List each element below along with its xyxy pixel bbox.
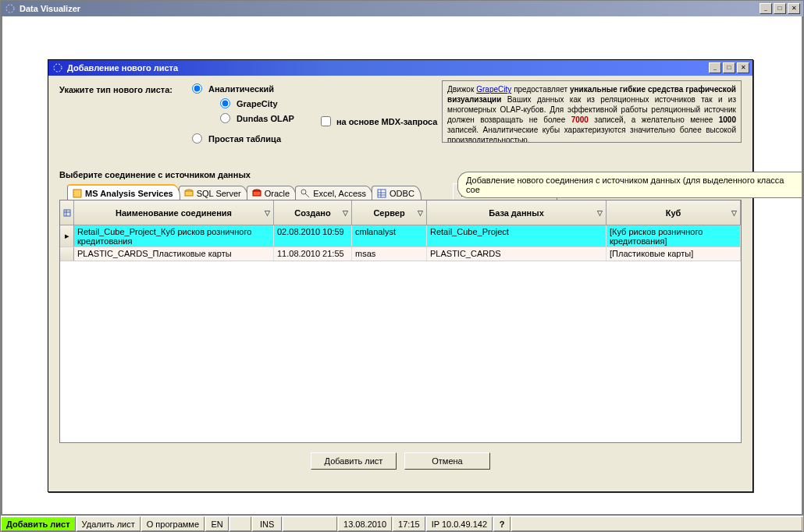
minimize-button[interactable]: _: [760, 3, 772, 14]
main-client-area: Добавление нового соединения с источнико…: [1, 16, 803, 516]
tab-odbc[interactable]: ODBC: [372, 186, 422, 200]
status-time: 17:15: [393, 516, 425, 531]
cell-cube: [Пластиковые карты]: [607, 247, 741, 261]
filter-icon[interactable]: ▽: [265, 209, 270, 217]
tab-sqlserver-label: SQL Server: [197, 189, 241, 198]
radio-grapecity-input[interactable]: [220, 98, 230, 108]
info-text: Движок: [447, 85, 476, 94]
db-icon: [252, 189, 261, 198]
radio-analytic-input[interactable]: [192, 83, 202, 94]
tab-oracle[interactable]: Oracle: [247, 186, 297, 200]
tab-sqlserver[interactable]: SQL Server: [179, 186, 248, 200]
cell-db: PLASTIC_CARDS: [427, 247, 607, 261]
row-selector-icon[interactable]: ▸: [60, 225, 74, 246]
cube-icon: [73, 189, 82, 198]
column-header-server[interactable]: Сервер ▽: [352, 200, 427, 225]
radio-analytic[interactable]: Аналитический: [192, 83, 437, 94]
column-header-created-label: Создано: [294, 208, 330, 218]
status-help[interactable]: ?: [493, 516, 511, 531]
column-header-created[interactable]: Создано ▽: [274, 200, 352, 225]
main-window-title: Data Visualizer: [20, 4, 760, 13]
dialog-window: Добавление нового листа _ □ ✕ Движок Gra…: [48, 59, 753, 492]
filter-icon[interactable]: ▽: [597, 209, 603, 217]
cancel-button[interactable]: Отмена: [404, 452, 490, 470]
main-title-bar: Data Visualizer _ □ ✕: [1, 1, 803, 16]
info-limit-1: 7000: [571, 115, 589, 124]
status-ip: IP 10.0.49.142: [426, 516, 493, 531]
cell-created: 11.08.2010 21:55: [274, 247, 352, 261]
cell-db: Retail_Cube_Project: [427, 225, 607, 246]
grapecity-link[interactable]: GrapeCity: [476, 85, 511, 94]
svg-rect-9: [378, 190, 386, 197]
tooltip-text: Добавление нового соединения с источнико…: [466, 176, 794, 194]
dialog-title: Добавление нового листа: [67, 63, 709, 73]
column-header-cube[interactable]: Куб ▽: [607, 200, 741, 225]
info-text: записей. Аналитические кубы характеризую…: [447, 126, 736, 143]
table-row[interactable]: PLASTIC_CARDS_Пластиковые карты 11.08.20…: [60, 247, 741, 261]
grid-icon: [377, 189, 386, 198]
svg-point-1: [54, 64, 62, 72]
column-header-cube-label: Куб: [666, 208, 681, 218]
db-icon: [184, 189, 194, 198]
tab-odbc-label: ODBC: [390, 189, 414, 198]
radio-plain-table-input[interactable]: [192, 133, 202, 144]
dialog-icon: [52, 62, 64, 74]
status-lang[interactable]: EN: [205, 516, 229, 531]
key-icon: [301, 189, 310, 198]
tooltip-banner: Добавление нового соединения с источнико…: [457, 172, 802, 198]
cell-cube: [Куб рисков розничного кредитования]: [607, 225, 741, 246]
radio-grapecity[interactable]: GrapeCity: [220, 98, 294, 108]
column-header-name-label: Наименование соединения: [116, 208, 232, 218]
maximize-button[interactable]: □: [774, 3, 786, 14]
dialog-title-bar: Добавление нового листа _ □ ✕: [48, 60, 752, 76]
table-row[interactable]: ▸ Retail_Cube_Project_Куб рисков розничн…: [60, 225, 741, 247]
radio-dundas[interactable]: Dundas OLAP: [220, 113, 294, 123]
filter-icon[interactable]: ▽: [731, 209, 737, 217]
status-delete-sheet[interactable]: Удалить лист: [76, 516, 141, 531]
radio-dundas-input[interactable]: [220, 113, 230, 123]
filter-icon[interactable]: ▽: [418, 209, 423, 217]
status-empty: [229, 516, 251, 531]
svg-line-8: [305, 193, 309, 197]
dialog-body: Движок GrapeCity предоставляет уникальны…: [48, 76, 752, 491]
radio-grapecity-label: GrapeCity: [237, 99, 278, 108]
svg-rect-2: [73, 190, 81, 197]
info-text: записей, а желательно менее: [589, 115, 719, 124]
row-selector-icon[interactable]: [60, 247, 74, 261]
svg-rect-13: [64, 210, 70, 216]
main-window: Data Visualizer _ □ ✕ Добавление нового …: [0, 0, 804, 532]
svg-rect-4: [185, 191, 193, 196]
add-sheet-button[interactable]: Добавить лист: [311, 452, 397, 470]
dialog-maximize-button[interactable]: □: [723, 62, 735, 73]
cell-server: cmlanalyst: [352, 225, 427, 246]
status-empty: [283, 516, 337, 531]
info-text: предоставляет: [511, 85, 570, 94]
column-header-name[interactable]: Наименование соединения ▽: [74, 200, 274, 225]
info-limit-2: 1000: [719, 115, 736, 124]
radio-plain-table-label: Простая таблица: [208, 134, 281, 144]
status-date: 13.08.2010: [338, 516, 392, 531]
tab-oracle-label: Oracle: [265, 189, 290, 198]
filter-icon[interactable]: ▽: [343, 209, 348, 217]
sheet-type-label: Укажите тип нового листа:: [59, 83, 192, 94]
checkbox-mdx[interactable]: на основе MDX-запроса: [318, 114, 438, 129]
close-button[interactable]: ✕: [788, 3, 800, 14]
column-header-db-label: База данных: [489, 208, 544, 218]
cell-server: msas: [352, 247, 427, 261]
dialog-minimize-button[interactable]: _: [709, 62, 721, 73]
tab-excel-label: Excel, Access: [313, 189, 366, 198]
checkbox-mdx-input[interactable]: [321, 116, 331, 126]
radio-plain-table[interactable]: Простая таблица: [192, 133, 437, 144]
dialog-close-button[interactable]: ✕: [737, 62, 749, 73]
status-about[interactable]: О программе: [141, 516, 205, 531]
grid-header: Наименование соединения ▽ Создано ▽ Серв…: [60, 200, 741, 225]
status-ins: INS: [252, 516, 282, 531]
checkbox-mdx-label: на основе MDX-запроса: [336, 117, 438, 126]
status-flex: [511, 516, 802, 531]
grid-corner[interactable]: [60, 200, 74, 225]
column-header-db[interactable]: База данных ▽: [427, 200, 607, 225]
tab-excel[interactable]: Excel, Access: [295, 186, 373, 200]
radio-dundas-label: Dundas OLAP: [237, 114, 294, 123]
status-add-sheet[interactable]: Добавить лист: [1, 516, 76, 531]
tab-msas[interactable]: MS Analysis Services: [67, 184, 180, 200]
